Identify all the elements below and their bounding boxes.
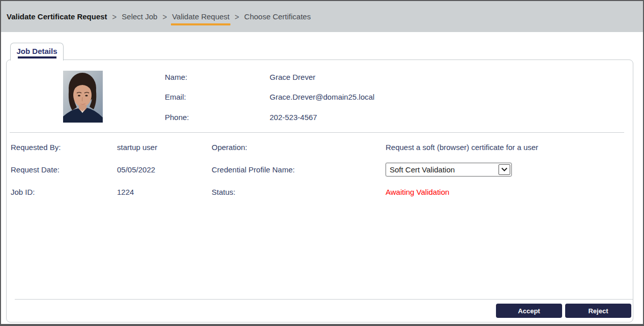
- credential-profile-selected-value: Soft Cert Validation: [390, 165, 455, 174]
- job-id-label: Job ID:: [11, 188, 35, 196]
- name-value: Grace Drever: [270, 73, 315, 81]
- status-label: Status:: [212, 188, 236, 196]
- section-divider: [10, 132, 624, 133]
- tab-job-details[interactable]: Job Details: [10, 43, 64, 61]
- tab-active-indicator: [18, 56, 56, 58]
- email-label: Email:: [165, 93, 186, 101]
- reject-button[interactable]: Reject: [565, 304, 631, 318]
- operation-value: Request a soft (browser) certificate for…: [386, 143, 538, 152]
- breadcrumb-step-select-job[interactable]: Select Job: [122, 12, 157, 21]
- validate-certificate-request-window: Validate Certificate Request > Select Jo…: [0, 0, 644, 326]
- footer-divider: [15, 299, 633, 300]
- chevron-right-icon: >: [162, 12, 167, 22]
- active-step-underline: [171, 23, 230, 25]
- job-details-panel: Name: Grace Drever Email: Grace.Drever@d…: [6, 60, 633, 322]
- chevron-down-icon: [499, 164, 510, 175]
- name-label: Name:: [165, 73, 187, 81]
- chevron-right-icon: >: [112, 12, 117, 22]
- phone-value: 202-523-4567: [270, 113, 317, 122]
- requested-by-value: startup user: [117, 143, 157, 152]
- breadcrumb: Validate Certificate Request > Select Jo…: [1, 1, 643, 32]
- breadcrumb-step-choose-certificates[interactable]: Choose Certificates: [244, 12, 311, 21]
- user-photo: [63, 71, 103, 123]
- status-badge: Awaiting Validation: [386, 188, 449, 196]
- tab-label: Job Details: [11, 47, 63, 55]
- accept-button[interactable]: Accept: [496, 304, 562, 318]
- breadcrumb-step-label: Validate Request: [172, 12, 229, 21]
- phone-label: Phone:: [165, 113, 189, 122]
- request-date-value: 05/05/2022: [117, 165, 155, 174]
- job-id-value: 1224: [117, 188, 134, 196]
- operation-label: Operation:: [212, 143, 247, 152]
- chevron-right-icon: >: [235, 12, 239, 22]
- request-date-label: Request Date:: [11, 165, 60, 174]
- page-title: Validate Certificate Request: [7, 12, 107, 21]
- requested-by-label: Requested By:: [11, 143, 61, 152]
- credential-profile-label: Credential Profile Name:: [212, 165, 295, 174]
- email-value: Grace.Drever@domain25.local: [270, 93, 374, 101]
- breadcrumb-step-validate-request[interactable]: Validate Request: [172, 12, 229, 21]
- credential-profile-select[interactable]: Soft Cert Validation: [386, 163, 512, 176]
